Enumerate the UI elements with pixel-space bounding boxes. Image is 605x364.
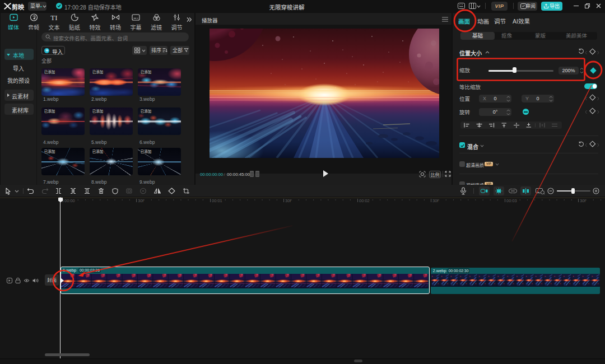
svg-text:30f: 30f xyxy=(138,198,144,203)
svg-text:00:00: 00:00 xyxy=(64,198,75,203)
svg-text:00:03: 00:03 xyxy=(506,198,517,203)
svg-text:30f: 30f xyxy=(580,198,586,203)
svg-text:30f: 30f xyxy=(432,198,439,203)
svg-text:TI: TI xyxy=(50,13,57,21)
svg-text:00:01: 00:01 xyxy=(212,198,222,203)
svg-text:30f: 30f xyxy=(285,198,291,203)
svg-text:00:02: 00:02 xyxy=(359,198,370,203)
